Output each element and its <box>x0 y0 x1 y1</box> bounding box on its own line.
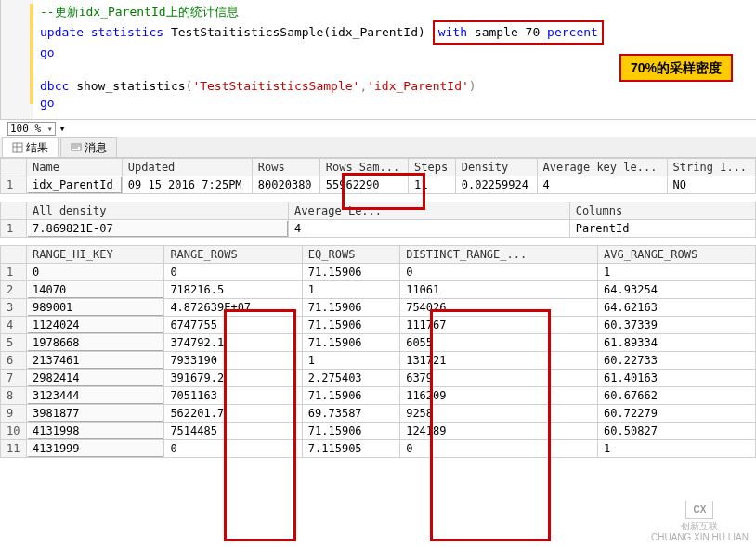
cell[interactable]: 0 <box>27 264 164 281</box>
col-header[interactable]: String I... <box>667 159 755 176</box>
col-header[interactable]: All density <box>27 202 289 220</box>
stats-header-grid[interactable]: NameUpdatedRowsRows Sam...StepsDensityAv… <box>0 158 756 194</box>
cell[interactable]: 6747755 <box>164 317 302 334</box>
col-header[interactable]: Average key le... <box>537 159 667 176</box>
cell[interactable]: 131721 <box>400 352 598 370</box>
table-row[interactable]: 17.869821E-074ParentId <box>1 220 756 238</box>
cell[interactable]: 55962290 <box>319 176 408 194</box>
table-row[interactable]: 93981877562201.769.73587925860.72279 <box>1 405 756 423</box>
table-row[interactable]: 621374617933190113172160.22733 <box>1 352 756 370</box>
cell[interactable]: NO <box>667 176 755 194</box>
cell[interactable]: 7.869821E-07 <box>27 220 289 238</box>
table-row[interactable]: 72982414391679.22.275403637961.40163 <box>1 370 756 387</box>
cell[interactable]: 111767 <box>400 317 598 334</box>
cell[interactable]: 7.115905 <box>302 440 399 458</box>
cell[interactable]: 60.22733 <box>598 352 756 370</box>
cell[interactable]: 2.275403 <box>302 370 399 387</box>
cell[interactable]: 4131998 <box>27 423 164 440</box>
cell[interactable]: 7051163 <box>164 387 302 405</box>
col-header[interactable]: Updated <box>122 159 252 176</box>
cell[interactable]: ParentId <box>569 220 755 238</box>
table-row[interactable]: 10071.1590601 <box>1 264 756 281</box>
tab-messages[interactable]: 消息 <box>60 137 117 157</box>
cell[interactable]: 11061 <box>400 281 598 299</box>
cell[interactable]: 7933190 <box>164 352 302 370</box>
cell[interactable]: 1124024 <box>27 317 164 334</box>
cell[interactable]: 754026 <box>400 299 598 317</box>
cell[interactable]: 1 <box>598 264 756 281</box>
cell[interactable]: 4 <box>537 176 667 194</box>
cell[interactable]: 2137461 <box>27 352 164 370</box>
col-header[interactable]: AVG_RANGE_ROWS <box>598 246 756 264</box>
table-row[interactable]: 41124024674775571.1590611176760.37339 <box>1 317 756 334</box>
cell[interactable]: 71.15906 <box>302 423 399 440</box>
cell[interactable]: 60.67662 <box>598 387 756 405</box>
cell[interactable]: 11 <box>409 176 456 194</box>
cell[interactable]: 0 <box>164 440 302 458</box>
histogram-grid[interactable]: RANGE_HI_KEYRANGE_ROWSEQ_ROWSDISTINCT_RA… <box>0 245 756 458</box>
cell[interactable]: 14070 <box>27 281 164 299</box>
col-header[interactable]: Rows Sam... <box>319 159 408 176</box>
cell[interactable]: 718216.5 <box>164 281 302 299</box>
cell[interactable]: 0 <box>164 264 302 281</box>
table-row[interactable]: 1idx_ParentId09 15 2016 7:25PM8002038055… <box>1 176 756 194</box>
cell[interactable]: 1978668 <box>27 334 164 352</box>
table-row[interactable]: 51978668374792.171.15906605561.89334 <box>1 334 756 352</box>
cell[interactable]: 64.93254 <box>598 281 756 299</box>
cell[interactable]: 6055 <box>400 334 598 352</box>
cell[interactable]: idx_ParentId <box>27 176 123 194</box>
sql-editor[interactable]: --更新idx_ParentId上的统计信息 update statistics… <box>0 0 756 119</box>
cell[interactable]: 116209 <box>400 387 598 405</box>
cell[interactable]: 9258 <box>400 405 598 423</box>
cell[interactable]: 989001 <box>27 299 164 317</box>
cell[interactable]: 61.40163 <box>598 370 756 387</box>
cell[interactable]: 0.02259924 <box>455 176 537 194</box>
zoom-reset[interactable]: ▾ <box>59 123 66 135</box>
cell[interactable]: 0 <box>400 264 598 281</box>
cell[interactable]: 6379 <box>400 370 598 387</box>
cell[interactable]: 4.872639E+07 <box>164 299 302 317</box>
cell[interactable]: 71.15906 <box>302 264 399 281</box>
cell[interactable]: 71.15906 <box>302 299 399 317</box>
cell[interactable]: 374792.1 <box>164 334 302 352</box>
cell[interactable]: 60.72279 <box>598 405 756 423</box>
table-row[interactable]: 39890014.872639E+0771.1590675402664.6216… <box>1 299 756 317</box>
cell[interactable]: 3123444 <box>27 387 164 405</box>
tab-results[interactable]: 结果 <box>2 137 59 157</box>
table-row[interactable]: 11413199907.11590501 <box>1 440 756 458</box>
cell[interactable]: 1 <box>598 440 756 458</box>
cell[interactable]: 7514485 <box>164 423 302 440</box>
col-header[interactable]: Average Le... <box>289 202 570 220</box>
results-pane[interactable]: NameUpdatedRowsRows Sam...StepsDensityAv… <box>0 158 756 547</box>
cell[interactable]: 1 <box>302 352 399 370</box>
cell[interactable]: 124189 <box>400 423 598 440</box>
cell[interactable]: 09 15 2016 7:25PM <box>122 176 252 194</box>
cell[interactable]: 71.15906 <box>302 317 399 334</box>
cell[interactable]: 4 <box>289 220 570 238</box>
cell[interactable]: 60.50827 <box>598 423 756 440</box>
cell[interactable]: 1 <box>302 281 399 299</box>
cell[interactable]: 60.37339 <box>598 317 756 334</box>
table-row[interactable]: 104131998751448571.1590612418960.50827 <box>1 423 756 440</box>
col-header[interactable]: RANGE_ROWS <box>164 246 302 264</box>
density-grid[interactable]: All densityAverage Le...Columns17.869821… <box>0 202 756 238</box>
cell[interactable]: 0 <box>400 440 598 458</box>
table-row[interactable]: 83123444705116371.1590611620960.67662 <box>1 387 756 405</box>
cell[interactable]: 562201.7 <box>164 405 302 423</box>
cell[interactable]: 4131999 <box>27 440 164 458</box>
cell[interactable]: 71.15906 <box>302 387 399 405</box>
zoom-dropdown[interactable]: 100 % ▾ <box>7 122 56 136</box>
cell[interactable]: 3981877 <box>27 405 164 423</box>
col-header[interactable]: Columns <box>569 202 755 220</box>
col-header[interactable]: Density <box>455 159 537 176</box>
col-header[interactable]: DISTINCT_RANGE_... <box>400 246 598 264</box>
col-header[interactable]: Steps <box>409 159 456 176</box>
col-header[interactable]: Name <box>27 159 123 176</box>
cell[interactable]: 2982414 <box>27 370 164 387</box>
col-header[interactable]: Rows <box>252 159 319 176</box>
cell[interactable]: 71.15906 <box>302 334 399 352</box>
table-row[interactable]: 214070718216.511106164.93254 <box>1 281 756 299</box>
cell[interactable]: 64.62163 <box>598 299 756 317</box>
cell[interactable]: 61.89334 <box>598 334 756 352</box>
col-header[interactable]: RANGE_HI_KEY <box>27 246 164 264</box>
